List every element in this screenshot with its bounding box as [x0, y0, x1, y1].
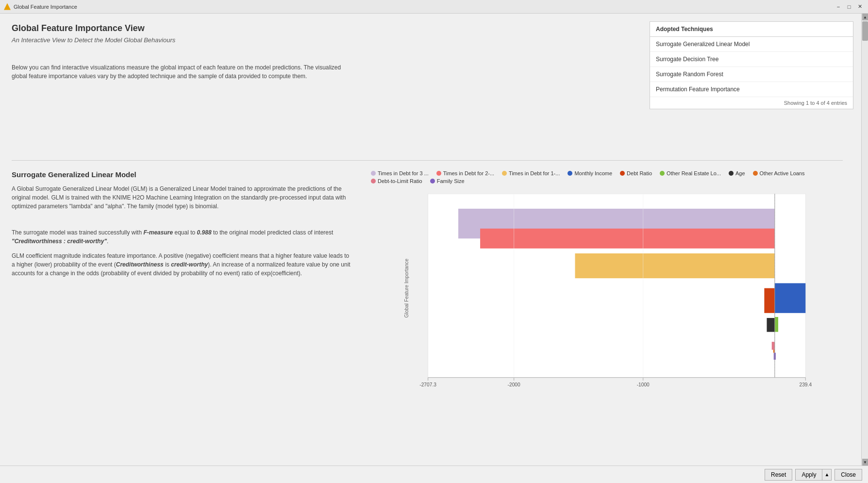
legend-label-0: Times in Debt for 3 ... [378, 170, 429, 176]
section-text: Surrogate Generalized Linear Model A Glo… [12, 170, 351, 402]
chart-svg: Global Feature Importance -2707.3 -2000 … [371, 189, 843, 402]
legend-item-8: Debt-to-Limit Ratio [371, 178, 422, 184]
title-bar-left: Global Feature Importance [4, 3, 77, 10]
legend-label-7: Other Active Loans [760, 170, 805, 176]
page-description: Below you can find interactive visualiza… [12, 63, 351, 81]
title-bar-controls: − □ ✕ [834, 2, 864, 11]
apply-btn-group: Apply ▲ [795, 469, 832, 481]
legend-item-0: Times in Debt for 3 ... [371, 170, 429, 176]
legend-dot-7 [753, 171, 758, 176]
chart-column: Times in Debt for 3 ... Times in Debt fo… [371, 170, 843, 402]
legend-label-3: Monthly Income [574, 170, 612, 176]
x-axis-label-min: -2707.3 [419, 382, 436, 387]
bar-age [767, 318, 774, 332]
close-button[interactable]: ✕ [855, 2, 864, 11]
legend-label-8: Debt-to-Limit Ratio [378, 178, 422, 184]
maximize-button[interactable]: □ [845, 2, 853, 11]
section-description: A Global Surrogate Generalized Linear Mo… [12, 184, 351, 211]
legend-item-1: Times in Debt for 2-... [436, 170, 494, 176]
legend-dot-6 [729, 171, 734, 176]
legend-item-5: Other Real Estate Lo... [660, 170, 721, 176]
legend-item-7: Other Active Loans [753, 170, 805, 176]
scrollbar-up-btn[interactable]: ▲ [862, 14, 868, 20]
legend-item-9: Family Size [430, 178, 465, 184]
legend-item-2: Times in Debt for 1-... [502, 170, 560, 176]
legend-dot-4 [620, 171, 625, 176]
section-layout: Surrogate Generalized Linear Model A Glo… [12, 170, 843, 402]
legend-label-1: Times in Debt for 2-... [443, 170, 494, 176]
legend-dot-5 [660, 171, 665, 176]
bottom-bar: Reset Apply ▲ Close [0, 466, 868, 483]
legend-label-2: Times in Debt for 1-... [509, 170, 560, 176]
glm-note: GLM coefficient magnitude indicates feat… [12, 251, 351, 278]
content-wrapper: Global Feature Importance View An Intera… [0, 14, 854, 461]
main-scroll-area[interactable]: Global Feature Importance View An Intera… [0, 14, 868, 466]
bar-times-debt-2 [480, 229, 775, 249]
section-divider [12, 160, 843, 161]
legend-dot-3 [568, 171, 572, 176]
y-axis-label: Global Feature Importance [404, 259, 409, 318]
legend-label-4: Debt Ratio [627, 170, 652, 176]
legend-label-5: Other Real Estate Lo... [667, 170, 721, 176]
legend-dot-1 [436, 171, 441, 176]
close-button-bottom[interactable]: Close [835, 469, 862, 481]
apply-dropdown-button[interactable]: ▲ [822, 469, 832, 481]
app-icon [4, 3, 11, 10]
legend-label-6: Age [735, 170, 745, 176]
scrollbar-thumb[interactable] [862, 21, 868, 41]
bar-monthly-income [775, 283, 805, 313]
legend-dot-0 [371, 171, 376, 176]
title-bar: Global Feature Importance − □ ✕ [0, 0, 868, 14]
scrollbar[interactable]: ▲ ▼ [861, 14, 868, 466]
bar-debt-limit [772, 342, 775, 350]
bar-times-debt-1 [575, 253, 775, 278]
scrollbar-down-btn[interactable]: ▼ [862, 459, 868, 466]
legend-item-3: Monthly Income [568, 170, 612, 176]
fmeasure-text: The surrogate model was trained successf… [12, 228, 351, 246]
reset-button[interactable]: Reset [765, 469, 792, 481]
minimize-button[interactable]: − [834, 2, 843, 11]
apply-button[interactable]: Apply [795, 469, 822, 481]
legend-dot-8 [371, 179, 376, 183]
bar-debt-ratio [764, 288, 774, 313]
page-title: Global Feature Importance View [12, 23, 843, 33]
legend-item-4: Debt Ratio [620, 170, 652, 176]
legend-label-9: Family Size [437, 178, 465, 184]
legend-item-6: Age [729, 170, 745, 176]
legend-dot-2 [502, 171, 507, 176]
bar-other-real-estate [775, 317, 778, 332]
chart-container: Global Feature Importance -2707.3 -2000 … [371, 189, 843, 402]
x-axis-label-1000: -1000 [637, 382, 650, 387]
chart-legend: Times in Debt for 3 ... Times in Debt fo… [371, 170, 843, 184]
x-axis-label-max: 239.4 [800, 382, 812, 387]
page-subtitle: An Interactive View to Detect the Model … [12, 36, 843, 44]
x-axis-label-2000: -2000 [508, 382, 520, 387]
section-title: Surrogate Generalized Linear Model [12, 170, 351, 179]
title-bar-title: Global Feature Importance [14, 4, 77, 10]
legend-dot-9 [430, 179, 435, 183]
